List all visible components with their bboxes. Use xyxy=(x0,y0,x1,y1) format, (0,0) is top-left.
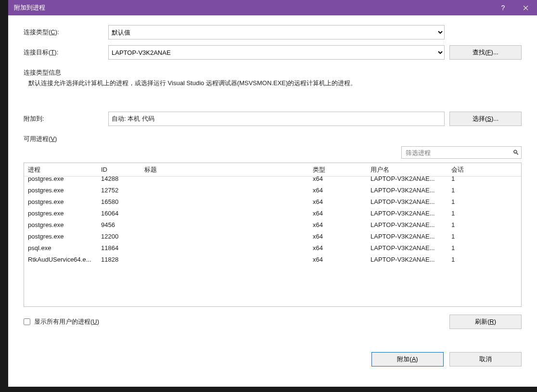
cell-user: LAPTOP-V3K2ANAE... xyxy=(371,221,451,228)
process-table: 进程 ID 标题 类型 用户名 会话 PerfWatson2.exe18396托… xyxy=(24,163,522,307)
filter-processes-box[interactable]: 🔍︎ xyxy=(401,146,522,159)
cell-type: x64 xyxy=(313,187,371,194)
col-title[interactable]: 标题 xyxy=(144,165,313,174)
cell-proc: postgres.exe xyxy=(24,177,101,182)
cell-sess: 1 xyxy=(451,256,480,263)
col-type[interactable]: 类型 xyxy=(313,165,371,174)
cell-sess: 1 xyxy=(451,177,480,182)
cell-user: LAPTOP-V3K2ANAE... xyxy=(371,187,451,194)
cell-user: LAPTOP-V3K2ANAE... xyxy=(371,177,451,182)
cancel-button[interactable]: 取消 xyxy=(449,352,522,367)
table-body[interactable]: PerfWatson2.exe18396托管(v4.0.303...LAPTOP… xyxy=(24,177,521,306)
cell-type: x64 xyxy=(313,177,371,182)
table-row[interactable]: postgres.exe12200x64LAPTOP-V3K2ANAE...1 xyxy=(24,230,521,242)
col-process[interactable]: 进程 xyxy=(24,165,101,174)
cell-sess: 1 xyxy=(451,233,480,240)
cell-id: 9456 xyxy=(101,221,144,228)
attach-to-field[interactable]: 自动: 本机 代码 xyxy=(108,112,445,126)
window-title: 附加到进程 xyxy=(14,3,45,12)
connection-type-label: 连接类型(C): xyxy=(24,28,108,37)
available-processes-label: 可用进程(V) xyxy=(24,135,522,143)
cell-type: x64 xyxy=(313,210,371,217)
table-row[interactable]: psql.exe11864x64LAPTOP-V3K2ANAE...1 xyxy=(24,242,521,253)
table-row[interactable]: postgres.exe12752x64LAPTOP-V3K2ANAE...1 xyxy=(24,184,521,196)
table-row[interactable]: postgres.exe14288x64LAPTOP-V3K2ANAE...1 xyxy=(24,177,521,184)
show-all-users-label: 显示所有用户的进程(U) xyxy=(34,317,99,326)
search-icon: 🔍︎ xyxy=(512,149,519,156)
cell-proc: postgres.exe xyxy=(24,198,101,205)
cell-user: LAPTOP-V3K2ANAE... xyxy=(371,210,451,217)
col-user[interactable]: 用户名 xyxy=(371,165,451,174)
cell-type: x64 xyxy=(313,198,371,205)
titlebar: 附加到进程 ? xyxy=(8,0,537,15)
cell-id: 11864 xyxy=(101,244,144,252)
cell-proc: postgres.exe xyxy=(24,221,101,228)
table-row[interactable] xyxy=(24,265,521,277)
close-button[interactable] xyxy=(514,0,537,15)
close-icon xyxy=(523,5,528,11)
connection-target-label: 连接目标(T): xyxy=(24,48,108,57)
col-id[interactable]: ID xyxy=(101,166,144,173)
cell-id: 12752 xyxy=(101,187,144,194)
attach-to-value: 自动: 本机 代码 xyxy=(112,114,154,123)
cell-user: LAPTOP-V3K2ANAE... xyxy=(371,256,451,263)
cell-user: LAPTOP-V3K2ANAE... xyxy=(371,244,451,252)
cell-proc: postgres.exe xyxy=(24,210,101,217)
attach-to-process-dialog: 附加到进程 ? 连接类型(C): 默认值 连接目标(T): LAPTOP-V3K… xyxy=(8,0,537,387)
show-all-users-input[interactable] xyxy=(24,318,30,325)
cell-sess: 1 xyxy=(451,244,480,252)
refresh-button[interactable]: 刷新(R) xyxy=(449,315,522,329)
connection-type-info-header: 连接类型信息 xyxy=(24,68,522,77)
cell-proc: psql.exe xyxy=(24,244,101,252)
attach-to-label: 附加到: xyxy=(24,114,108,123)
table-row[interactable]: postgres.exe16064x64LAPTOP-V3K2ANAE...1 xyxy=(24,207,521,219)
cell-user: LAPTOP-V3K2ANAE... xyxy=(371,198,451,205)
cell-id: 14288 xyxy=(101,177,144,182)
cell-id: 16064 xyxy=(101,210,144,217)
cell-proc: postgres.exe xyxy=(24,233,101,240)
cell-user: LAPTOP-V3K2ANAE... xyxy=(371,233,451,240)
table-row[interactable] xyxy=(24,300,521,306)
select-button[interactable]: 选择(S)... xyxy=(449,112,522,126)
table-row[interactable]: postgres.exe16580x64LAPTOP-V3K2ANAE...1 xyxy=(24,196,521,207)
cell-sess: 1 xyxy=(451,221,480,228)
cell-type: x64 xyxy=(313,244,371,252)
cell-id: 11828 xyxy=(101,256,144,263)
cell-proc: RtkAudUService64.e... xyxy=(24,256,101,263)
cell-type: x64 xyxy=(313,221,371,228)
find-button[interactable]: 查找(F)... xyxy=(449,45,522,60)
cell-id: 16580 xyxy=(101,198,144,205)
table-row[interactable] xyxy=(24,277,521,288)
cell-proc: postgres.exe xyxy=(24,187,101,194)
connection-target-select[interactable]: LAPTOP-V3K2ANAE xyxy=(108,45,445,60)
cell-sess: 1 xyxy=(451,187,480,194)
table-row[interactable]: postgres.exe9456x64LAPTOP-V3K2ANAE...1 xyxy=(24,219,521,230)
col-session[interactable]: 会话 xyxy=(451,165,480,174)
cell-type: x64 xyxy=(313,233,371,240)
connection-type-select[interactable]: 默认值 xyxy=(108,25,445,39)
table-header: 进程 ID 标题 类型 用户名 会话 xyxy=(24,163,521,177)
table-row[interactable] xyxy=(24,288,521,300)
cell-sess: 1 xyxy=(451,210,480,217)
help-button[interactable]: ? xyxy=(492,0,514,15)
show-all-users-checkbox[interactable]: 显示所有用户的进程(U) xyxy=(24,317,99,326)
cell-type: x64 xyxy=(313,256,371,263)
table-row[interactable]: RtkAudUService64.e...11828x64LAPTOP-V3K2… xyxy=(24,253,521,265)
connection-type-info-text: 默认连接允许选择此计算机上的进程，或选择运行 Visual Studio 远程调… xyxy=(24,79,522,88)
cell-id: 12200 xyxy=(101,233,144,240)
filter-processes-input[interactable] xyxy=(406,149,512,156)
attach-button[interactable]: 附加(A) xyxy=(371,352,444,367)
cell-sess: 1 xyxy=(451,198,480,205)
